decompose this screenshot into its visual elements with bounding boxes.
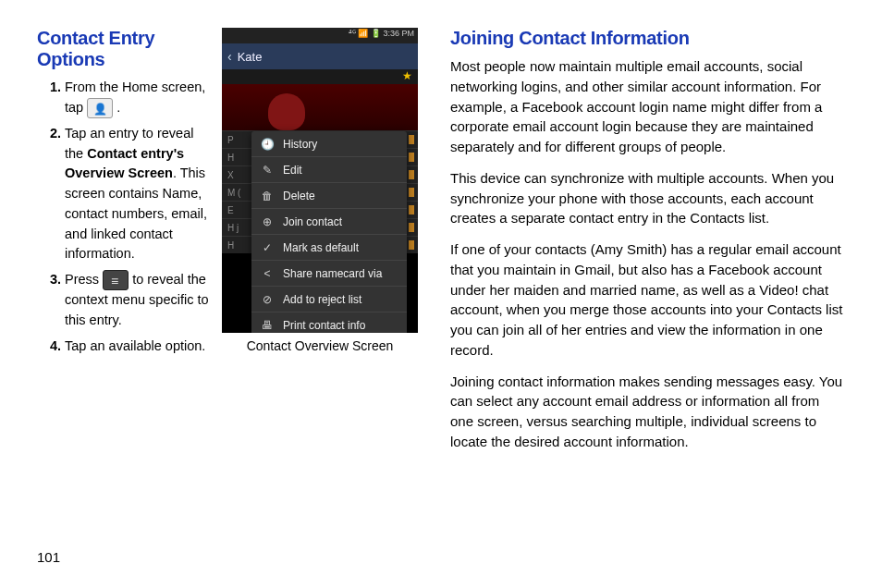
step-4-text: Tap an available option.: [65, 338, 205, 353]
menu-item-mark-default[interactable]: ✓Mark as default: [251, 235, 407, 261]
menu-label: Share namecard via: [283, 267, 382, 280]
menu-item-print[interactable]: 🖶Print contact info: [251, 312, 407, 333]
reject-icon: ⊘: [261, 293, 274, 306]
para-4: Joining contact information makes sendin…: [450, 372, 845, 452]
step-2: Tap an entry to reveal the Contact entry…: [65, 124, 213, 264]
menu-item-share-namecard[interactable]: <Share namecard via: [251, 261, 407, 287]
join-icon: ⊕: [261, 215, 274, 228]
share-icon: <: [261, 267, 274, 280]
print-icon: 🖶: [261, 319, 274, 332]
contact-photo: [222, 84, 418, 130]
screenshot-caption: Contact Overview Screen: [222, 338, 418, 353]
menu-label: Mark as default: [283, 241, 359, 254]
menu-label: History: [283, 138, 317, 151]
menu-label: Join contact: [283, 215, 342, 228]
contact-overview-screenshot: ⁴ᴳ 📶 🔋 3:36 PM ‹ Kate ★ P H X M ( E H j …: [222, 28, 418, 333]
step-1: From the Home screen, tap .: [65, 78, 213, 118]
menu-label: Print contact info: [283, 319, 365, 332]
para-1: Most people now maintain multiple email …: [450, 56, 845, 157]
step-4: Tap an available option.: [65, 337, 213, 357]
menu-label: Add to reject list: [283, 293, 361, 306]
step-1-text-a: From the Home screen, tap: [65, 80, 205, 115]
menu-item-history[interactable]: 🕘History: [251, 131, 407, 157]
contact-name: Kate: [238, 50, 263, 64]
phone-header: ‹ Kate: [222, 43, 418, 69]
para-2: This device can synchronize with multipl…: [450, 168, 845, 228]
step-3: Press to reveal the context menu specifi…: [65, 270, 213, 331]
steps-list: From the Home screen, tap . Tap an entry…: [37, 78, 213, 357]
contacts-icon: [87, 98, 113, 118]
menu-label: Edit: [283, 164, 302, 177]
menu-label: Delete: [283, 190, 315, 202]
heading-joining-contact-info: Joining Contact Information: [450, 28, 845, 49]
delete-icon: 🗑: [261, 190, 274, 202]
context-menu: 🕘History ✎Edit 🗑Delete ⊕Join contact ✓Ma…: [251, 131, 407, 333]
status-time: 3:36 PM: [383, 29, 414, 38]
page-number: 101: [37, 549, 60, 565]
phone-status-bar: ⁴ᴳ 📶 🔋 3:36 PM: [222, 28, 418, 43]
menu-item-join-contact[interactable]: ⊕Join contact: [251, 209, 407, 235]
history-icon: 🕘: [261, 138, 274, 151]
menu-item-delete[interactable]: 🗑Delete: [251, 183, 407, 209]
back-chevron-icon: ‹: [227, 49, 232, 64]
menu-key-icon: [103, 270, 129, 290]
step-3-text-a: Press: [65, 272, 103, 287]
status-icons: ⁴ᴳ 📶 🔋: [349, 29, 381, 38]
para-3: If one of your contacts (Amy Smith) has …: [450, 239, 845, 361]
menu-item-add-reject[interactable]: ⊘Add to reject list: [251, 287, 407, 312]
menu-item-edit[interactable]: ✎Edit: [251, 157, 407, 183]
heading-contact-entry-options: Contact Entry Options: [37, 28, 213, 70]
check-icon: ✓: [261, 241, 274, 254]
favorite-star-row: ★: [222, 69, 418, 84]
step-1-text-b: .: [116, 100, 120, 115]
edit-icon: ✎: [261, 164, 274, 177]
